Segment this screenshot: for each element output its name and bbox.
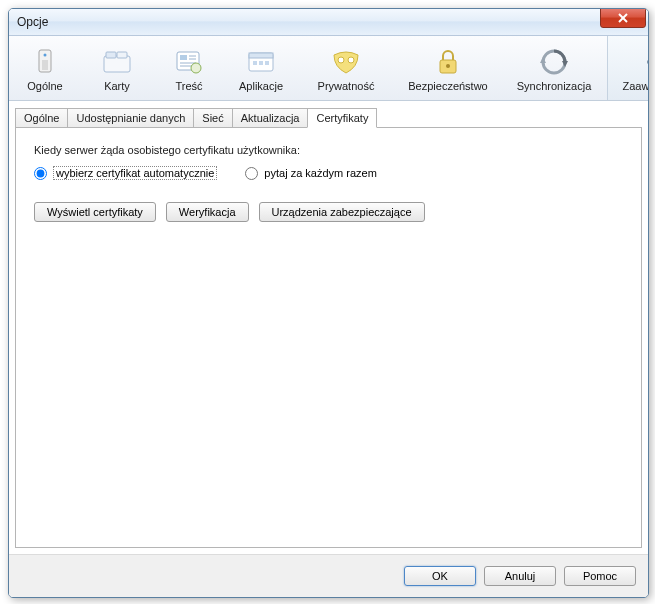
help-button[interactable]: Pomoc	[564, 566, 636, 586]
category-tabs[interactable]: Karty	[81, 36, 153, 100]
radio-auto-label: wybierz certyfikat automatycznie	[53, 166, 217, 180]
tab-network[interactable]: Sieć	[193, 108, 232, 128]
category-security[interactable]: Bezpieczeństwo	[395, 36, 501, 100]
gear-icon	[645, 46, 649, 78]
tab-update[interactable]: Aktualizacja	[232, 108, 309, 128]
svg-rect-17	[253, 61, 257, 65]
tab-certificates[interactable]: Certyfikaty	[307, 108, 377, 128]
window-title: Opcje	[17, 15, 600, 29]
svg-rect-19	[265, 61, 269, 65]
show-certs-button[interactable]: Wyświetl certyfikaty	[34, 202, 156, 222]
mask-icon	[330, 46, 362, 78]
radio-group: wybierz certyfikat automatycznie pytaj z…	[34, 166, 623, 180]
svg-rect-18	[259, 61, 263, 65]
svg-point-23	[446, 64, 450, 68]
verification-button[interactable]: Weryfikacja	[166, 202, 249, 222]
category-privacy[interactable]: Prywatność	[297, 36, 395, 100]
ok-button[interactable]: OK	[404, 566, 476, 586]
tab-general[interactable]: Ogólne	[15, 108, 68, 128]
options-window: Opcje Ogólne Karty Treść Aplikacje Prywa…	[8, 8, 649, 598]
cert-buttons: Wyświetl certyfikaty Weryfikacja Urządze…	[34, 202, 623, 222]
tabs-icon	[101, 46, 133, 78]
lock-icon	[432, 46, 464, 78]
dialog-footer: OK Anuluj Pomoc	[9, 554, 648, 597]
radio-ask-label: pytaj za każdym razem	[264, 167, 376, 179]
svg-point-14	[191, 63, 201, 73]
radio-ask-input[interactable]	[245, 167, 258, 180]
svg-rect-3	[42, 60, 48, 70]
category-applications[interactable]: Aplikacje	[225, 36, 297, 100]
svg-point-20	[338, 57, 344, 63]
certificates-panel: Kiedy serwer żąda osobistego certyfikatu…	[15, 127, 642, 548]
svg-point-21	[348, 57, 354, 63]
content-icon	[173, 46, 205, 78]
sync-icon	[538, 46, 570, 78]
category-toolbar: Ogólne Karty Treść Aplikacje Prywatność …	[9, 36, 648, 101]
radio-auto-input[interactable]	[34, 167, 47, 180]
svg-rect-7	[117, 52, 127, 58]
radio-ask[interactable]: pytaj za każdym razem	[245, 167, 376, 180]
svg-rect-16	[249, 53, 273, 58]
category-general[interactable]: Ogólne	[9, 36, 81, 100]
radio-auto[interactable]: wybierz certyfikat automatycznie	[34, 166, 217, 180]
applications-icon	[245, 46, 277, 78]
category-advanced[interactable]: Zaawansowane	[607, 36, 649, 100]
titlebar: Opcje	[9, 9, 648, 36]
category-content[interactable]: Treść	[153, 36, 225, 100]
close-icon	[618, 13, 628, 23]
svg-point-4	[44, 54, 47, 57]
svg-rect-9	[180, 55, 187, 60]
svg-rect-6	[106, 52, 116, 58]
sub-tabstrip: Ogólne Udostępnianie danych Sieć Aktuali…	[15, 108, 648, 128]
close-button[interactable]	[600, 8, 646, 28]
switch-icon	[29, 46, 61, 78]
tab-data-sharing[interactable]: Udostępnianie danych	[67, 108, 194, 128]
category-sync[interactable]: Synchronizacja	[501, 36, 607, 100]
cancel-button[interactable]: Anuluj	[484, 566, 556, 586]
prompt-text: Kiedy serwer żąda osobistego certyfikatu…	[34, 144, 623, 156]
sec-devices-button[interactable]: Urządzenia zabezpieczające	[259, 202, 425, 222]
